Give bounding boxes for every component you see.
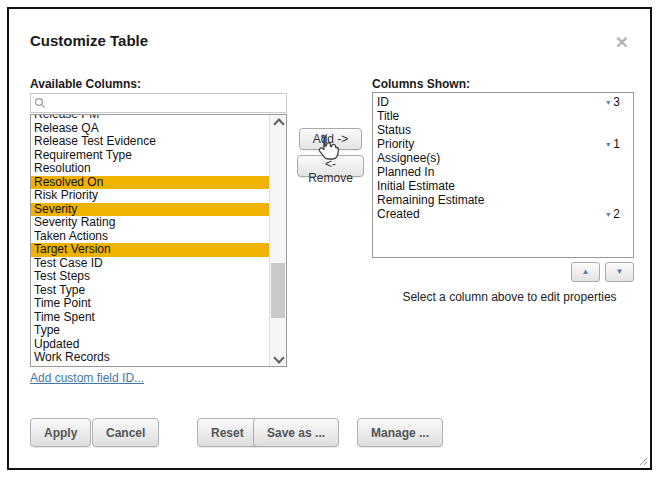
list-item[interactable]: Severity Rating [31,216,269,230]
list-item[interactable]: Work Records [31,351,269,365]
manage-button[interactable]: Manage ... [357,418,443,447]
list-item[interactable]: Requirement Type [31,149,269,163]
available-columns-label: Available Columns: [30,77,141,91]
list-item[interactable]: ID▾3 [373,95,633,109]
reset-button[interactable]: Reset [197,418,258,447]
resize-grip-icon[interactable] [637,455,648,466]
move-down-button[interactable]: ▼ [605,262,634,282]
edit-properties-hint: Select a column above to edit properties [372,290,647,304]
list-item[interactable]: Type [31,324,269,338]
up-arrow-icon: ▲ [582,267,590,276]
sort-desc-icon: ▾ [606,98,610,107]
list-item[interactable]: Status [373,123,633,137]
list-item[interactable]: Time Spent [31,311,269,325]
apply-button[interactable]: Apply [30,418,91,447]
add-custom-field-link[interactable]: Add custom field ID... [30,371,144,385]
list-item[interactable]: Remaining Estimate [373,193,633,207]
available-columns-list-rows: Release PMRelease QARelease Test Evidenc… [31,115,269,366]
list-item[interactable]: Priority▾1 [373,137,633,151]
close-icon[interactable]: × [609,29,635,55]
columns-shown-label: Columns Shown: [372,77,470,91]
sort-desc-icon: ▾ [606,140,610,149]
scrollbar[interactable] [269,115,286,366]
list-item[interactable]: Release Test Evidence [31,135,269,149]
scroll-down-icon[interactable] [270,351,286,366]
add-button[interactable]: Add -> [299,128,362,150]
list-item[interactable]: Time Point [31,297,269,311]
sort-indicator[interactable]: ▾2 [606,207,620,222]
list-item[interactable]: Title [373,109,633,123]
move-up-button[interactable]: ▲ [571,262,600,282]
list-item[interactable]: Target Version [31,243,269,257]
list-item[interactable]: Test Steps [31,270,269,284]
down-arrow-icon: ▼ [616,267,624,276]
scrollbar-thumb[interactable] [271,263,285,318]
sort-indicator[interactable]: ▾1 [606,137,620,152]
sort-indicator[interactable]: ▾3 [606,95,620,110]
list-item[interactable]: Test Type [31,284,269,298]
list-item[interactable]: Test Case ID [31,257,269,271]
sort-desc-icon: ▾ [606,210,610,219]
list-item[interactable]: Updated [31,338,269,352]
list-item[interactable]: Resolution [31,162,269,176]
list-item[interactable]: Taken Actions [31,230,269,244]
remove-button[interactable]: <- Remove [297,155,364,177]
search-input[interactable] [49,95,285,111]
list-item[interactable]: Risk Priority [31,189,269,203]
list-item[interactable]: Severity [31,203,269,217]
scroll-up-icon[interactable] [270,115,286,130]
list-item[interactable]: Resolved On [31,176,269,190]
list-item[interactable]: Initial Estimate [373,179,633,193]
list-item[interactable]: Release QA [31,122,269,136]
search-icon [34,97,46,109]
columns-shown-list[interactable]: ID▾3TitleStatusPriority▾1Assignee(s)Plan… [372,92,634,258]
list-item[interactable]: Planned In [373,165,633,179]
column-search-box [30,93,287,113]
cancel-button[interactable]: Cancel [92,418,159,447]
list-item[interactable]: Assignee(s) [373,151,633,165]
list-item[interactable]: Created▾2 [373,207,633,221]
customize-table-dialog: Customize Table × Available Columns: Rel… [7,7,652,470]
save-as-button[interactable]: Save as ... [253,418,339,447]
dialog-title: Customize Table [30,32,148,49]
available-columns-list[interactable]: Release PMRelease QARelease Test Evidenc… [30,114,287,367]
